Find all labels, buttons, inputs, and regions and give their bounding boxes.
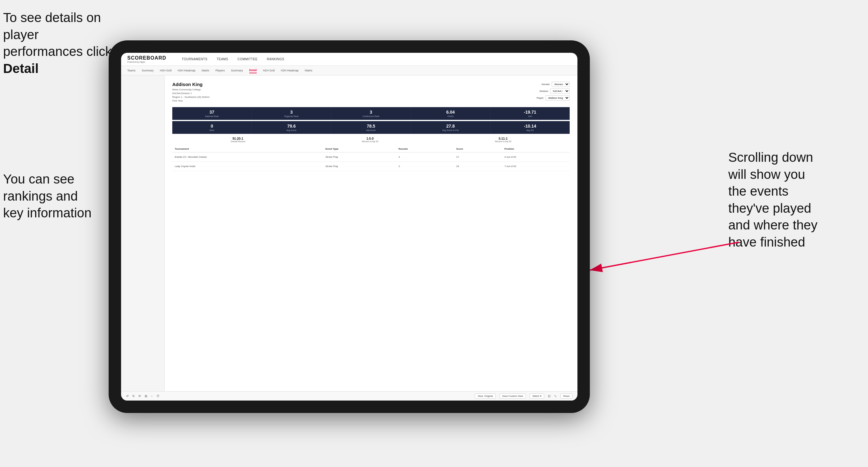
table-row[interactable]: Estella CC- Mountain Classic Stroke Play… (172, 152, 570, 162)
logo-sub: Powered by clippd (127, 61, 166, 63)
stat-regional-rank-value: 3 (253, 110, 330, 115)
th-position: Position (502, 146, 570, 152)
top-nav: SCOREBOARD Powered by clippd TOURNAMENTS… (121, 53, 578, 66)
logo-area: SCOREBOARD Powered by clippd (127, 55, 166, 63)
td-event-type-1: Stroke Play (323, 152, 396, 162)
sub-nav-summary[interactable]: Summary (142, 68, 154, 73)
annotation-top-left: To see details on player performances cl… (3, 9, 121, 77)
sub-nav-players[interactable]: Players (215, 68, 225, 73)
sub-nav-h2h-heatmap2[interactable]: H2H Heatmap (281, 68, 299, 73)
player-controls: Gender Women Men Division NJCAA I NJCAA … (536, 82, 570, 101)
bottom-toolbar: ↺ ↻ ⟳ ⊞ − ⏱ View: Original Save Custom V… (121, 391, 578, 401)
th-event-type: Event Type (323, 146, 396, 152)
stat-avg-score-par-label: Avg Score to Par (412, 129, 489, 131)
sub-nav-h2h-grid[interactable]: H2H Grid (160, 68, 172, 73)
left-sidebar (121, 75, 164, 391)
stat-wins-label: Wins (174, 129, 250, 131)
stat-avg-sg: -10.14 Avg SG (491, 121, 570, 134)
stat-avg-score-par-value: 27.8 (412, 124, 489, 129)
stat-sos-value: -19.71 (492, 110, 568, 115)
stat-sos-label: SoS (492, 115, 568, 117)
player-info: Addison King Mesa Community College NJCA… (172, 82, 210, 103)
watch-button[interactable]: Watch ▾ (530, 394, 544, 399)
stat-points-label: Points (412, 115, 489, 117)
th-score: Score (454, 146, 502, 152)
view-original-button[interactable]: View: Original (475, 394, 495, 399)
stat-adj-score-label: Adj Score (333, 129, 409, 131)
sub-nav-h2h-heatmap[interactable]: H2H Heatmap (178, 68, 195, 73)
tablet: SCOREBOARD Powered by clippd TOURNAMENTS… (108, 40, 590, 413)
sub-nav-matrix2[interactable]: Matrix (305, 68, 313, 73)
nav-item-committee[interactable]: COMMITTEE (238, 57, 258, 61)
record-top25: 1-5-0 Record vs top 25 (362, 137, 378, 143)
stat-avg-score-value: 79.6 (253, 124, 330, 129)
share-button[interactable]: Share (560, 394, 572, 399)
stat-avg-score: 79.6 Avg Score (252, 121, 331, 134)
tablet-screen: SCOREBOARD Powered by clippd TOURNAMENTS… (121, 53, 578, 401)
player-division: NJCAA Division 1 (172, 92, 210, 95)
stat-regional-rank-label: Regional Rank (253, 115, 330, 117)
stat-points: 6.04 Points (411, 107, 491, 120)
annotation-detail-bold: Detail (3, 61, 38, 76)
td-position-2: 7 out of 20 (502, 162, 570, 171)
annotation-right: Scrolling downwill show youthe eventsthe… (728, 149, 859, 251)
logo-text: SCOREBOARD (127, 55, 166, 61)
stat-avg-sg-label: Avg SG (492, 129, 568, 131)
player-school: Mesa Community College (172, 88, 210, 92)
stats-row-1: 37 National Rank 3 Regional Rank 3 Confe… (172, 107, 570, 120)
undo-icon[interactable]: ↺ (126, 394, 128, 398)
sub-nav-h2h-grid2[interactable]: H2H Grid (263, 68, 275, 73)
td-score-1: 17 (454, 152, 502, 162)
stat-avg-score-par: 27.8 Avg Score to Par (411, 121, 491, 134)
division-control: Division NJCAA I NJCAA II (539, 89, 570, 94)
nav-item-rankings[interactable]: RANKINGS (267, 57, 284, 61)
save-custom-view-button[interactable]: Save Custom View (499, 394, 526, 399)
sub-nav: Teams Summary H2H Grid H2H Heatmap Matri… (121, 66, 578, 75)
stat-adj-score-value: 78.5 (333, 124, 409, 129)
main-content: Addison King Mesa Community College NJCA… (121, 75, 578, 391)
tournament-table: Tournament Event Type Rounds Score Posit… (172, 146, 570, 171)
clock-icon[interactable]: ⏱ (156, 394, 160, 398)
player-year: First Year (172, 99, 210, 103)
sub-nav-summary2[interactable]: Summary (231, 68, 243, 73)
record-top50-value: 5-11-1 (495, 137, 511, 141)
td-event-type-2: Stroke Play (323, 162, 396, 171)
td-tournament-1: Estella CC- Mountain Classic (172, 152, 323, 162)
player-select[interactable]: Addison King (546, 95, 570, 101)
record-overall-label: Overall Record (231, 141, 245, 143)
stat-national-rank-label: National Rank (174, 115, 250, 117)
zoom-icon[interactable]: ⊞ (145, 394, 147, 398)
sub-nav-detail[interactable]: Detail (249, 68, 257, 73)
player-control: Player Addison King (536, 95, 570, 101)
player-region: Region 1 - Southwest (18) District (172, 95, 210, 99)
td-score-2: 16 (454, 162, 502, 171)
stat-wins: 0 Wins (172, 121, 252, 134)
table-row[interactable]: Lady Coyote Invite Stroke Play 2 16 7 ou… (172, 162, 570, 171)
record-top50: 5-11-1 Record vs top 50 (495, 137, 511, 143)
redo-icon[interactable]: ↻ (132, 394, 135, 398)
gender-select[interactable]: Women Men (552, 82, 570, 87)
stat-conference-rank: 3 Conference Rank (331, 107, 411, 120)
td-tournament-2: Lady Coyote Invite (172, 162, 323, 171)
division-select[interactable]: NJCAA I NJCAA II (550, 89, 570, 94)
stat-national-rank-value: 37 (174, 110, 250, 115)
gender-label: Gender (541, 83, 550, 86)
cast-icon[interactable]: ⊡ (548, 394, 550, 398)
expand-icon[interactable]: ⤡ (554, 394, 557, 398)
sub-nav-matrix[interactable]: Matrix (202, 68, 210, 73)
player-header: Addison King Mesa Community College NJCA… (172, 82, 570, 103)
stat-regional-rank: 3 Regional Rank (252, 107, 331, 120)
record-overall-value: 91-20-1 (231, 137, 245, 141)
stats-row-2: 0 Wins 79.6 Avg Score 78.5 Adj Score 27.… (172, 121, 570, 134)
stat-wins-value: 0 (174, 124, 250, 129)
nav-item-teams[interactable]: TEAMS (217, 57, 228, 61)
nav-item-tournaments[interactable]: TOURNAMENTS (182, 57, 208, 61)
refresh-icon[interactable]: ⟳ (138, 394, 141, 398)
stat-conference-rank-label: Conference Rank (333, 115, 409, 117)
stat-sos: -19.71 SoS (491, 107, 570, 120)
td-rounds-1: 2 (396, 152, 454, 162)
player-label: Player (536, 97, 544, 99)
sub-nav-teams[interactable]: Teams (127, 68, 136, 73)
minus-icon[interactable]: − (151, 394, 153, 398)
detail-panel[interactable]: Addison King Mesa Community College NJCA… (164, 75, 578, 391)
